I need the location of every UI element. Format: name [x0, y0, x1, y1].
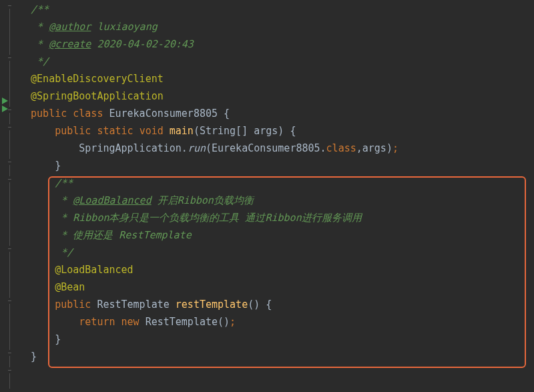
code-editor: − − − − − − − − − − /** * @author luxiao… — [0, 0, 534, 392]
params: (String[] args) { — [194, 125, 296, 137]
code-line: * @create 2020-04-02-20:43 — [19, 36, 534, 53]
code-content[interactable]: /** * @author luxiaoyang * @create 2020-… — [15, 0, 534, 392]
code-line: return new RestTemplate(); — [19, 314, 534, 331]
constructor: RestTemplate() — [146, 316, 230, 328]
class-name: EurekaConsumer8805 — [109, 108, 224, 120]
annotation: @LoadBalanced — [55, 264, 133, 276]
params: () { — [248, 299, 272, 311]
method-call: run — [188, 142, 206, 154]
javadoc-text: luxiaoyang — [91, 21, 157, 33]
fold-toggle-icon[interactable]: − — [7, 176, 13, 182]
javadoc-tag: @author — [49, 21, 91, 33]
javadoc-text: * 使用还是 RestTemplate — [55, 229, 192, 241]
keyword: void — [140, 125, 170, 137]
fold-guide-line — [9, 3, 10, 389]
keyword: new — [121, 316, 146, 328]
annotation: @EnableDiscoveryClient — [31, 73, 164, 85]
brace: } — [31, 351, 37, 363]
run-gutter-icon[interactable] — [1, 96, 9, 116]
brace: } — [55, 333, 61, 345]
editor-gutter: − − − − − − − − − − — [0, 0, 15, 392]
code-line: @Bean — [19, 279, 534, 297]
code-line: public class EurekaConsumer8805 { — [19, 106, 534, 123]
code-line: SpringApplication.run(EurekaConsumer8805… — [19, 140, 534, 158]
type: RestTemplate — [97, 299, 175, 311]
code-line: } — [19, 349, 534, 366]
code-line: /** — [19, 1, 534, 19]
fold-toggle-icon[interactable]: − — [7, 159, 13, 165]
keyword: static — [97, 125, 139, 137]
code-line: public RestTemplate restTemplate() { — [19, 297, 534, 314]
javadoc-tag: @create — [49, 38, 91, 50]
code-line: * @author luxiaoyang — [19, 19, 534, 36]
fold-toggle-icon[interactable]: − — [7, 367, 13, 373]
code-line: } — [19, 158, 534, 175]
code-line: @EnableDiscoveryClient — [19, 71, 534, 88]
svg-marker-1 — [2, 106, 8, 112]
fold-toggle-icon[interactable]: − — [7, 350, 13, 356]
method-name: restTemplate — [176, 299, 248, 311]
code-line: * @LoadBalanced 开启Ribbon负载均衡 — [19, 192, 534, 210]
javadoc-open: /** — [31, 3, 49, 15]
keyword: public — [55, 125, 97, 137]
code-line: } — [19, 331, 534, 349]
javadoc-tag: @LoadBalanced — [73, 194, 151, 206]
args-end: ,args) — [356, 142, 392, 154]
semicolon: ; — [230, 316, 236, 328]
code-line: /** — [19, 175, 534, 192]
keyword: public — [31, 108, 73, 120]
annotation: @SpringBootApplication — [31, 90, 164, 102]
keyword: public — [55, 299, 97, 311]
code-line: */ — [19, 244, 534, 262]
javadoc-prefix: * — [55, 194, 73, 206]
semicolon: ; — [392, 142, 398, 154]
javadoc-close: */ — [31, 55, 49, 67]
method-name: main — [170, 125, 194, 137]
code-line: * 使用还是 RestTemplate — [19, 227, 534, 244]
code-line: */ — [19, 53, 534, 71]
fold-toggle-icon[interactable]: − — [7, 298, 13, 304]
code-line: public static void main(String[] args) { — [19, 123, 534, 140]
keyword: class — [326, 142, 356, 154]
fold-toggle-icon[interactable]: − — [7, 246, 13, 252]
annotation: @Bean — [55, 281, 85, 293]
javadoc-open: /** — [55, 177, 73, 189]
fold-toggle-icon[interactable]: − — [7, 55, 13, 61]
javadoc-text: 2020-04-02-20:43 — [91, 38, 194, 50]
javadoc-text: 开启Ribbon负载均衡 — [152, 194, 254, 206]
class-ref: SpringApplication. — [79, 142, 188, 154]
keyword: class — [73, 108, 109, 120]
fold-toggle-icon[interactable]: − — [7, 3, 13, 9]
code-line: * Ribbon本身只是一个负载均衡的工具 通过Ribbon进行服务调用 — [19, 210, 534, 227]
code-line: @SpringBootApplication — [19, 88, 534, 106]
fold-toggle-icon[interactable]: − — [7, 124, 13, 130]
args: (EurekaConsumer8805. — [206, 142, 326, 154]
svg-marker-0 — [2, 97, 8, 104]
brace: { — [224, 108, 230, 120]
keyword: return — [79, 316, 121, 328]
code-line: @LoadBalanced — [19, 262, 534, 279]
javadoc-text: * Ribbon本身只是一个负载均衡的工具 通过Ribbon进行服务调用 — [55, 212, 362, 224]
javadoc-close: */ — [55, 246, 73, 258]
brace: } — [55, 160, 61, 172]
